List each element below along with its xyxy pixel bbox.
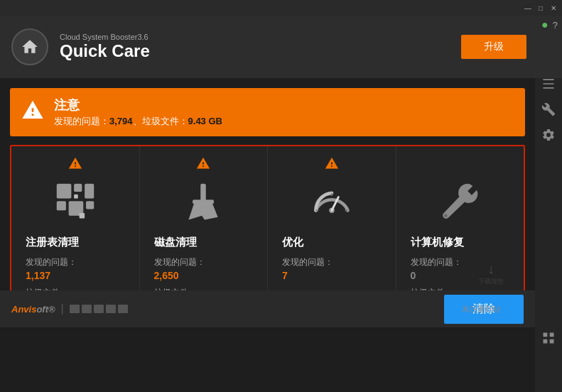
registry-title: 注册表清理 [26, 236, 125, 249]
notice-text-area: 注意 发现的问题：3,794、垃圾文件：9.43 GB [54, 97, 222, 128]
sidebar-grid-icon[interactable] [537, 327, 560, 349]
window-controls: — □ ✕ [522, 2, 559, 13]
svg-rect-5 [86, 201, 94, 209]
sidebar-tools-icon[interactable] [537, 98, 560, 121]
warning-icon [21, 99, 44, 126]
registry-warning-icon [68, 156, 82, 174]
titlebar: — □ ✕ [0, 0, 562, 16]
disk-warning-icon [196, 156, 210, 174]
main-content: Cloud System Booster3.6 Quick Care 升级 ● … [0, 16, 535, 327]
header-text: Cloud System Booster3.6 Quick Care [60, 33, 150, 61]
svg-rect-0 [57, 184, 72, 199]
box-4 [106, 305, 116, 313]
notice-title: 注意 [54, 97, 222, 114]
repair-title: 计算机修复 [411, 236, 510, 249]
bottom-notice: 未注册到站 [462, 304, 501, 317]
svg-rect-6 [74, 195, 78, 199]
box-3 [94, 305, 104, 313]
home-button[interactable] [11, 28, 48, 65]
box-2 [82, 305, 92, 313]
bottom-boxes [70, 305, 128, 313]
disk-issue-label: 发现的问题： [154, 256, 254, 268]
sidebar-gear-icon[interactable] [537, 124, 560, 146]
disk-title: 磁盘清理 [154, 236, 254, 249]
close-button[interactable]: ✕ [548, 2, 559, 13]
svg-rect-9 [193, 200, 214, 204]
optimize-icon [282, 178, 382, 227]
app-title: Quick Care [60, 41, 150, 61]
svg-rect-3 [57, 201, 66, 210]
svg-rect-1 [74, 184, 82, 192]
status-green-icon[interactable]: ● [541, 18, 549, 31]
maximize-button[interactable]: □ [535, 2, 546, 13]
box-5 [118, 305, 128, 313]
svg-rect-7 [79, 213, 85, 219]
app-subtitle: Cloud System Booster3.6 [60, 33, 150, 41]
optimize-title: 优化 [282, 236, 382, 249]
svg-rect-8 [201, 184, 207, 202]
registry-icon [26, 178, 125, 227]
disk-issue-value: 2,650 [154, 270, 254, 281]
registry-issue-value: 1,137 [26, 270, 125, 281]
svg-rect-2 [85, 184, 94, 199]
notice-desc: 发现的问题：3,794、垃圾文件：9.43 GB [54, 115, 222, 128]
minimize-button[interactable]: — [522, 2, 534, 13]
box-1 [70, 305, 80, 313]
repair-icon [411, 178, 510, 227]
registry-issue-label: 发现的问题： [26, 256, 125, 268]
bottom-bar: Anvisoft® | 清除 [0, 290, 535, 327]
notice-banner: 注意 发现的问题：3,794、垃圾文件：9.43 GB [10, 88, 525, 136]
optimize-warning-icon [325, 156, 339, 174]
optimize-issue-value: 7 [282, 270, 382, 281]
app-header: Cloud System Booster3.6 Quick Care 升级 ● … [0, 16, 562, 78]
brand-logo: Anvisoft® [11, 304, 55, 315]
help-icon[interactable]: ? [553, 20, 558, 31]
disk-icon [154, 178, 254, 227]
optimize-issue-label: 发现的问题： [282, 256, 382, 268]
watermark: ↓ 下载报告 [478, 261, 504, 286]
svg-point-15 [444, 214, 448, 217]
separator: | [61, 303, 64, 315]
upgrade-button[interactable]: 升级 [461, 35, 526, 59]
header-icons: ● ? [541, 18, 558, 31]
